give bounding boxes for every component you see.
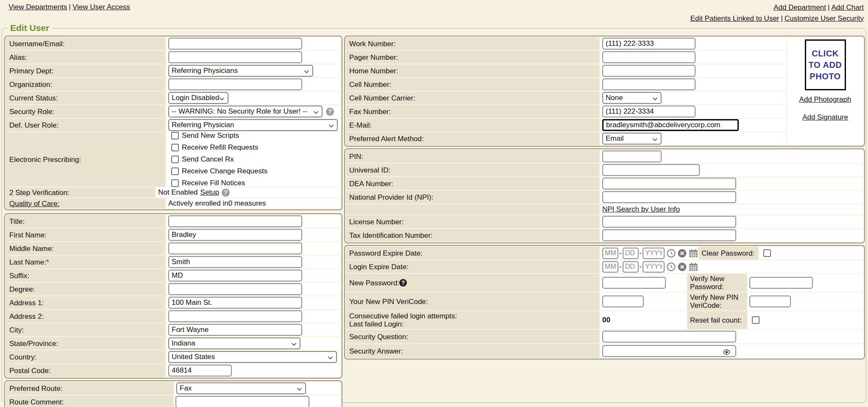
security-question-input[interactable] [602, 331, 736, 343]
cell-carrier-select[interactable]: None [602, 92, 662, 104]
postal-code-input[interactable] [168, 365, 232, 376]
add-department-link[interactable]: Add Department [773, 3, 826, 11]
reset-fail-count-label: Reset fail count: [690, 316, 742, 324]
country-select[interactable]: United States [168, 351, 337, 363]
universal-id-input[interactable] [602, 164, 700, 176]
view-departments-link[interactable]: View Departments [8, 3, 67, 11]
send-new-scripts-checkbox[interactable] [171, 132, 179, 139]
alias-label: Alias: [9, 53, 27, 61]
address1-input[interactable] [168, 297, 302, 309]
route-comment-input[interactable] [175, 396, 309, 407]
customize-user-security-link[interactable]: Customize User Security [785, 14, 864, 22]
verify-pin-vericode-input[interactable] [749, 295, 791, 307]
middle-name-input[interactable] [168, 243, 302, 254]
title-input[interactable] [168, 215, 302, 227]
password-expire-mm-input[interactable] [602, 248, 618, 259]
receive-fill-notices-checkbox[interactable] [171, 179, 179, 187]
pager-number-input[interactable] [602, 51, 696, 63]
add-photograph-link[interactable]: Add Photograph [799, 95, 851, 104]
security-group: Password Expire Date: - - Clear Password… [344, 245, 865, 360]
preferred-alert-select[interactable]: Email [602, 133, 662, 145]
row-universal-id: Universal ID: [346, 164, 863, 176]
edit-user-form: Edit User Username/Email: Alias: Primary… [2, 23, 866, 403]
tax-id-input[interactable] [602, 229, 736, 241]
failed-logins-label: Consecutive failed login attempts: Last … [349, 312, 457, 328]
right-column: Work Number: Pager Number: Home Number: [344, 36, 865, 360]
row-cell-number: Cell Number: [346, 78, 786, 91]
calendar-icon[interactable] [689, 262, 698, 271]
view-user-access-link[interactable]: View User Access [72, 3, 130, 11]
alias-input[interactable] [168, 51, 302, 63]
fax-number-input[interactable] [602, 106, 696, 117]
page-title: Edit User [8, 23, 52, 33]
two-step-help-icon[interactable]: ? [222, 189, 230, 197]
last-name-input[interactable] [168, 256, 302, 268]
row-state: State/Province: Indiana [6, 337, 341, 350]
pin-input[interactable] [602, 151, 662, 162]
state-select[interactable]: Indiana [168, 337, 300, 349]
work-number-input[interactable] [602, 38, 696, 50]
preferred-route-select[interactable]: Fax [176, 382, 306, 394]
top-right-links: Add Department|Add Chart Edit Patients L… [690, 2, 864, 24]
work-number-label: Work Number: [349, 40, 395, 48]
new-password-input[interactable] [602, 277, 666, 289]
login-expire-mm-input[interactable] [602, 261, 618, 273]
click-to-add-photo-box[interactable]: CLICK TO ADD PHOTO [805, 39, 846, 90]
send-cancel-rx-checkbox[interactable] [171, 156, 179, 163]
receive-change-requests-checkbox[interactable] [171, 167, 179, 175]
verify-new-password-label: Verify New Password: [690, 275, 744, 291]
eye-icon[interactable] [723, 348, 730, 357]
verify-pin-vericode-label: Verify New PIN VeriCode: [690, 293, 744, 309]
degree-input[interactable] [168, 283, 302, 295]
primary-dept-select[interactable]: Referring Physicians [168, 65, 313, 77]
clear-date-icon[interactable] [678, 262, 687, 271]
calendar-icon[interactable] [689, 249, 698, 258]
address2-input[interactable] [168, 310, 302, 322]
current-status-select[interactable]: Login Disabled [168, 92, 228, 104]
dea-number-input[interactable] [602, 178, 736, 190]
cell-number-input[interactable] [602, 78, 696, 90]
receive-refill-requests-checkbox[interactable] [171, 144, 179, 151]
clock-icon[interactable] [667, 249, 676, 258]
row-country: Country: United States [6, 351, 341, 363]
row-city: City: [6, 323, 341, 336]
send-cancel-rx-option: Send Cancel Rx [171, 155, 234, 164]
security-answer-input[interactable] [602, 345, 736, 357]
home-number-input[interactable] [602, 65, 696, 77]
add-chart-link[interactable]: Add Chart [831, 3, 864, 11]
clock-icon[interactable] [667, 262, 676, 271]
two-step-setup-link[interactable]: Setup [200, 188, 219, 197]
login-expire-dd-input[interactable] [623, 261, 639, 273]
password-expire-yyyy-input[interactable] [643, 248, 665, 259]
npi-search-link[interactable]: NPI Search by User Info [602, 205, 680, 214]
row-password-expire: Password Expire Date: - - Clear Password… [346, 247, 863, 259]
suffix-input[interactable] [168, 270, 302, 282]
security-role-help-icon[interactable]: ? [326, 108, 334, 116]
license-number-label: License Number: [349, 218, 404, 226]
first-name-input[interactable] [168, 229, 302, 241]
edit-patients-linked-link[interactable]: Edit Patients Linked to User [690, 14, 779, 22]
login-expire-yyyy-input[interactable] [643, 261, 665, 273]
npi-input[interactable] [602, 191, 736, 203]
username-input[interactable] [168, 38, 302, 50]
pin-vericode-input[interactable] [602, 295, 644, 307]
fax-number-label: Fax Number: [349, 108, 391, 116]
email-field[interactable] [602, 119, 739, 131]
def-user-role-select[interactable]: Referring Physician [168, 119, 338, 131]
new-password-help-icon[interactable]: ? [399, 279, 407, 287]
row-license-number: License Number: [346, 215, 863, 228]
add-signature-link[interactable]: Add Signature [802, 113, 848, 122]
chevron-down-icon [291, 343, 297, 346]
quality-of-care-link[interactable]: Quality of Care: [9, 200, 59, 208]
city-input[interactable] [168, 324, 302, 336]
license-number-input[interactable] [602, 216, 736, 228]
clear-date-icon[interactable] [678, 249, 687, 258]
security-role-select[interactable]: -- WARNING: No Security Role for User! -… [168, 106, 323, 117]
organization-input[interactable] [168, 78, 302, 90]
password-expire-dd-input[interactable] [623, 248, 639, 259]
row-cell-carrier: Cell Number Carrier: None [346, 92, 786, 104]
row-preferred-route: Preferred Route: Fax [6, 382, 341, 395]
reset-fail-count-checkbox[interactable] [752, 316, 760, 324]
clear-password-checkbox[interactable] [763, 249, 771, 257]
verify-new-password-input[interactable] [749, 277, 813, 289]
